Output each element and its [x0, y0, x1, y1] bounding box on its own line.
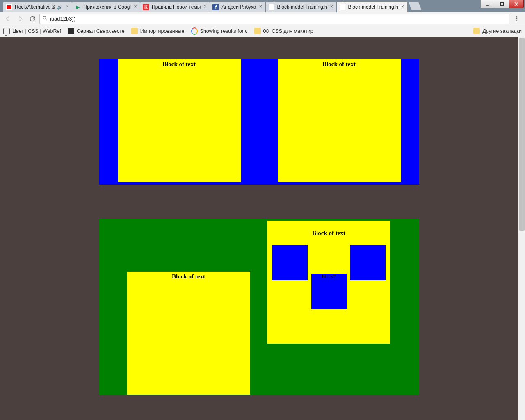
new-tab-button[interactable]: [409, 2, 421, 10]
block-text: Block of text: [322, 61, 356, 67]
block-text: Block of text: [172, 273, 205, 280]
svg-point-7: [516, 18, 518, 19]
block-text: Block of text: [162, 61, 196, 67]
other-bookmarks[interactable]: Другие закладки: [473, 28, 522, 34]
vertical-scrollbar[interactable]: [518, 37, 525, 420]
page-content: Block of text Block of text Block of tex…: [0, 37, 518, 395]
back-button[interactable]: [2, 14, 13, 24]
scrollbar-thumb[interactable]: [519, 38, 525, 231]
browser-tab[interactable]: Rock/Alternative & 🔊 ×: [3, 2, 72, 12]
folder-icon: [473, 28, 480, 34]
yellow-block: Block of text: [127, 272, 250, 395]
blue-container: Block of text Block of text: [99, 59, 419, 185]
tab-close-icon[interactable]: ×: [400, 4, 405, 9]
browser-tab[interactable]: Block-model Training.h ×: [266, 2, 336, 12]
tab-close-icon[interactable]: ×: [258, 4, 263, 9]
browser-toolbar: iuad12b3)): [0, 12, 525, 25]
browser-tab-active[interactable]: Block-model Training.h ×: [337, 2, 407, 12]
reload-button[interactable]: [27, 14, 38, 24]
yellow-block: Block of text: [278, 59, 401, 182]
window-buttons: [481, 0, 524, 8]
svg-point-4: [43, 16, 46, 19]
bookmark-item[interactable]: Импортированные: [131, 28, 185, 34]
forward-button[interactable]: [15, 14, 25, 24]
google-play-icon: [75, 4, 81, 10]
mini-blue-block: [350, 245, 386, 280]
svg-point-8: [516, 20, 518, 21]
address-bar[interactable]: iuad12b3)): [39, 14, 509, 24]
audio-indicator-icon[interactable]: 🔊: [57, 5, 63, 10]
svg-line-5: [46, 18, 47, 20]
folder-icon: [131, 28, 138, 34]
mini-blue-block: block7: [311, 274, 347, 309]
tab-label: Rock/Alternative &: [15, 4, 55, 10]
yellow-block: Block of text block7: [267, 221, 390, 344]
tab-close-icon[interactable]: ×: [65, 4, 70, 9]
tab-close-icon[interactable]: ×: [329, 4, 334, 9]
tab-close-icon[interactable]: ×: [203, 4, 208, 9]
bookmark-label: Цвет | CSS | WebRef: [12, 28, 61, 34]
bookmark-label: Сериал Сверхъесте: [77, 28, 125, 34]
youtube-icon: [6, 4, 12, 10]
file-icon: [268, 4, 275, 10]
svg-point-6: [516, 16, 518, 18]
tab-label: Правила Новой темы: [152, 4, 201, 10]
tab-close-icon[interactable]: ×: [133, 4, 138, 9]
bookmark-item[interactable]: Showing results for c: [191, 28, 248, 34]
browser-tab[interactable]: Приложения в Googl ×: [72, 2, 140, 12]
window-minimize-button[interactable]: [480, 0, 495, 8]
facebook-icon: f: [212, 4, 219, 10]
browser-tabstrip: Rock/Alternative & 🔊 × Приложения в Goog…: [0, 0, 525, 12]
window-close-button[interactable]: [509, 0, 524, 8]
bookmark-label: Showing results for c: [200, 28, 248, 34]
tab-label: Приложения в Googl: [84, 4, 131, 10]
mini-block-label: block7: [322, 274, 336, 279]
yellow-block: Block of text: [118, 59, 241, 182]
bookmark-label: Импортированные: [140, 28, 185, 34]
bookmark-label: Другие закладки: [482, 28, 522, 34]
page-viewport: Block of text Block of text Block of tex…: [0, 37, 525, 420]
tab-label: Block-model Training.h: [348, 4, 398, 10]
window-maximize-button[interactable]: [495, 0, 509, 8]
chrome-menu-button[interactable]: [511, 14, 523, 24]
folder-icon: [254, 28, 261, 34]
bookmark-item[interactable]: Цвет | CSS | WebRef: [3, 28, 61, 34]
file-icon: [339, 4, 346, 10]
bookmark-item[interactable]: 08_CSS для макетир: [254, 28, 313, 34]
svg-rect-1: [501, 2, 504, 5]
bookmark-icon: [68, 28, 74, 34]
mini-blue-block: [272, 245, 308, 280]
green-container: Block of text Block of text block7: [99, 219, 419, 395]
site-icon: K: [143, 4, 149, 10]
block-text: Block of text: [267, 221, 390, 237]
bookmark-item[interactable]: Сериал Сверхъесте: [68, 28, 125, 34]
tab-label: Андрей Рябуха: [221, 4, 256, 10]
search-icon: [42, 16, 48, 22]
tab-label: Block-model Training.h: [277, 4, 327, 10]
mini-block-row: block7: [267, 245, 390, 282]
bookmarks-bar: Цвет | CSS | WebRef Сериал Сверхъесте Им…: [0, 25, 525, 37]
bookmark-label: 08_CSS для макетир: [263, 28, 313, 34]
browser-tab[interactable]: f Андрей Рябуха ×: [210, 2, 265, 12]
browser-tab[interactable]: K Правила Новой темы ×: [140, 2, 210, 12]
bookmark-icon: [3, 28, 10, 34]
google-icon: [191, 28, 198, 34]
address-bar-text: iuad12b3)): [50, 16, 75, 22]
